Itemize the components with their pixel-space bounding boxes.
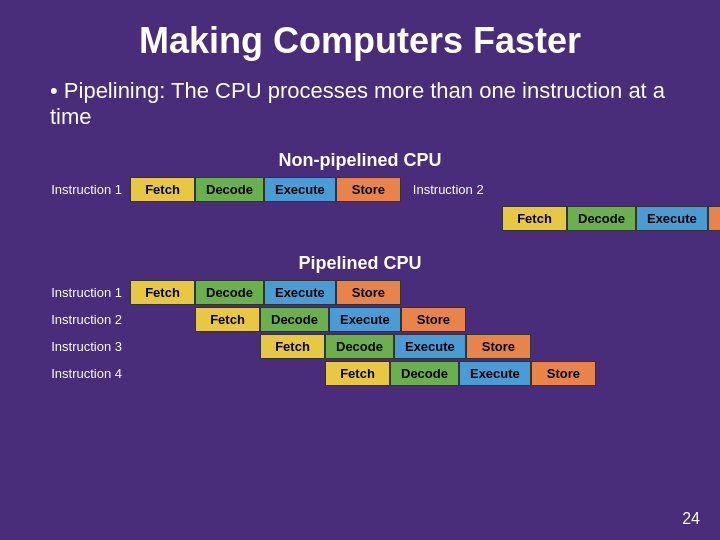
non-pipelined-section: Non-pipelined CPU Instruction 1 Fetch De… bbox=[40, 150, 680, 233]
non-pip-instr2-fetch: Fetch bbox=[502, 206, 567, 231]
pip-instr2-fetch: Fetch bbox=[195, 307, 260, 332]
non-pipelined-title: Non-pipelined CPU bbox=[40, 150, 680, 171]
slide: Making Computers Faster Pipelining: The … bbox=[0, 0, 720, 540]
non-pip-instr1-decode: Decode bbox=[195, 177, 264, 202]
non-pip-instr2-store: Store bbox=[708, 206, 720, 231]
pip-instr3-store: Store bbox=[466, 334, 531, 359]
slide-title: Making Computers Faster bbox=[40, 20, 680, 62]
non-pip-instr2-label: Instruction 2 bbox=[413, 182, 513, 197]
pip-instr4-fetch: Fetch bbox=[325, 361, 390, 386]
pip-instr4-row: Instruction 4 Fetch Decode Execute Store bbox=[40, 361, 596, 386]
pip-instr1-store: Store bbox=[336, 280, 401, 305]
pip-instr2-store: Store bbox=[401, 307, 466, 332]
pip-instr2-execute: Execute bbox=[329, 307, 401, 332]
pip-instr3-execute: Execute bbox=[394, 334, 466, 359]
pip-instr3-decode: Decode bbox=[325, 334, 394, 359]
non-pip-instr1-store: Store bbox=[336, 177, 401, 202]
non-pipelined-rows: Instruction 1 Fetch Decode Execute Store… bbox=[40, 177, 680, 233]
pip-instr1-row: Instruction 1 Fetch Decode Execute Store bbox=[40, 280, 401, 305]
pip-instr4-execute: Execute bbox=[459, 361, 531, 386]
non-pip-instr1-execute: Execute bbox=[264, 177, 336, 202]
non-pip-instr1-label: Instruction 1 bbox=[40, 182, 130, 197]
non-pip-instr1-row: Instruction 1 Fetch Decode Execute Store… bbox=[40, 177, 513, 202]
pip-instr1-execute: Execute bbox=[264, 280, 336, 305]
non-pip-instr2-decode: Decode bbox=[567, 206, 636, 231]
pip-instr2-label: Instruction 2 bbox=[40, 312, 130, 327]
page-number: 24 bbox=[682, 510, 700, 528]
pip-instr3-label: Instruction 3 bbox=[40, 339, 130, 354]
non-pip-instr1-fetch: Fetch bbox=[130, 177, 195, 202]
pip-instr4-label: Instruction 4 bbox=[40, 366, 130, 381]
pip-instr3-fetch: Fetch bbox=[260, 334, 325, 359]
pip-instr2-row: Instruction 2 Fetch Decode Execute Store bbox=[40, 307, 466, 332]
pip-instr4-store: Store bbox=[531, 361, 596, 386]
non-pip-instr2-execute: Execute bbox=[636, 206, 708, 231]
pip-instr4-decode: Decode bbox=[390, 361, 459, 386]
pip-instr1-label: Instruction 1 bbox=[40, 285, 130, 300]
non-pip-instr2-row: Fetch Decode Execute Store bbox=[502, 206, 720, 231]
pip-instr1-fetch: Fetch bbox=[130, 280, 195, 305]
pip-instr2-decode: Decode bbox=[260, 307, 329, 332]
bullet-point: Pipelining: The CPU processes more than … bbox=[40, 78, 680, 130]
pip-instr1-decode: Decode bbox=[195, 280, 264, 305]
pipelined-title: Pipelined CPU bbox=[40, 253, 680, 274]
diagram-area: Non-pipelined CPU Instruction 1 Fetch De… bbox=[40, 150, 680, 388]
pip-instr3-row: Instruction 3 Fetch Decode Execute Store bbox=[40, 334, 531, 359]
pipelined-section: Pipelined CPU Instruction 1 Fetch Decode… bbox=[40, 253, 680, 388]
